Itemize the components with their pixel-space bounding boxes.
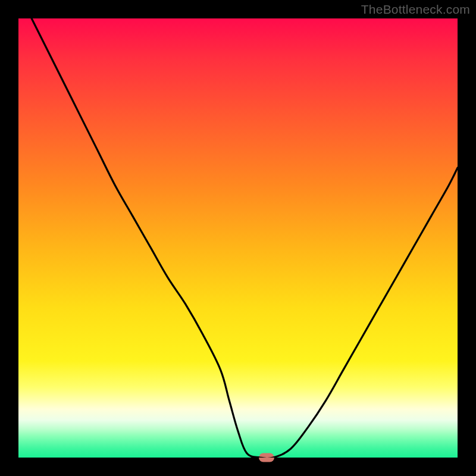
bottleneck-curve — [18, 18, 458, 458]
plot-area — [18, 18, 458, 458]
chart-frame: TheBottleneck.com — [0, 0, 476, 476]
attribution-label: TheBottleneck.com — [361, 2, 470, 17]
